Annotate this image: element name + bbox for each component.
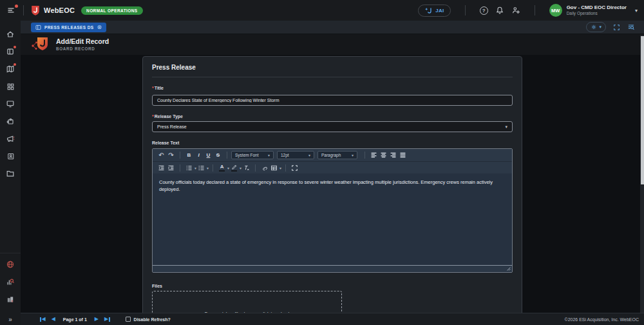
megaphone-icon [6, 134, 15, 143]
align-justify-button[interactable] [398, 150, 408, 160]
highlight-color-bar [231, 170, 237, 172]
disable-refresh-toggle[interactable]: Disable Refresh? [126, 317, 171, 322]
tab-press-releases[interactable]: PRESS RELEASES DS ⊗ [31, 23, 106, 32]
text-color-button[interactable]: A [217, 163, 227, 173]
avatar: MW [549, 4, 562, 17]
table-button[interactable] [269, 163, 279, 173]
block-format-select[interactable]: Paragraph ▾ [317, 151, 357, 159]
prev-page-button[interactable]: ◀ [52, 317, 55, 322]
divider [465, 5, 466, 15]
title-input[interactable] [152, 95, 513, 106]
link-button[interactable] [260, 163, 269, 173]
disable-refresh-checkbox[interactable] [126, 317, 131, 322]
sidebar-bottom-group [0, 253, 21, 311]
sidebar-item-boards[interactable] [5, 46, 16, 57]
align-left-icon [370, 152, 377, 159]
indent-icon [167, 164, 175, 172]
redo-button[interactable]: ↷ [166, 150, 176, 160]
board-settings-button[interactable]: ▾ [586, 22, 606, 32]
align-center-button[interactable] [379, 150, 388, 160]
release-type-select[interactable]: Press Release ▾ [152, 121, 513, 132]
chevron-down-icon: ▾ [635, 8, 638, 14]
align-center-icon [380, 152, 387, 159]
editor-content[interactable]: County officials today declared a state … [153, 173, 512, 265]
sidebar-item-plugins[interactable] [5, 115, 16, 127]
fullscreen-button[interactable] [613, 24, 620, 31]
link-icon [261, 164, 268, 172]
chevron-down-icon[interactable]: ▾ [279, 166, 281, 170]
required-marker: * [152, 86, 154, 90]
undo-button[interactable]: ↶ [156, 150, 166, 160]
buildings-icon [6, 295, 15, 304]
jai-button[interactable]: JAI [418, 5, 450, 17]
underline-button[interactable]: U [204, 150, 213, 160]
outdent-button[interactable] [156, 163, 166, 173]
webeoc-logo-icon [31, 5, 40, 15]
bottombar: ◀ ◀ Page 1 of 1 ▶ ▶ Disable Refresh? ©20… [21, 313, 644, 325]
notifications-button[interactable] [495, 6, 504, 15]
sidebar-item-home[interactable] [5, 28, 16, 40]
sidebar-expand-button[interactable]: » [0, 316, 21, 323]
resize-handle-icon[interactable] [506, 266, 511, 271]
user-admin-button[interactable] [511, 6, 520, 15]
webeoc-app: WebEOC NORMAL OPERATIONS JAI ? MW [0, 0, 644, 325]
sidebar-item-geo[interactable] [5, 259, 16, 270]
folder-icon [6, 169, 15, 178]
chevron-down-icon: ▾ [348, 153, 354, 157]
scrollbar-thumb[interactable] [641, 36, 644, 184]
indent-button[interactable] [166, 163, 176, 173]
board-icon [35, 25, 41, 30]
next-page-button[interactable]: ▶ [95, 317, 99, 322]
form-panel: Press Release *Title *Release Type Press… [142, 56, 522, 313]
sidebar-item-reports[interactable] [5, 293, 16, 305]
editor-fullscreen-button[interactable] [290, 163, 299, 173]
page-subtitle: BOARD RECORD [56, 46, 109, 52]
rich-text-editor: ↶ ↷ B I U S System Font ▾ 12pt ▾ [152, 148, 513, 273]
tab-label: PRESS RELEASES DS [44, 25, 94, 30]
apps-grid-icon [6, 83, 15, 91]
highlight-color-button[interactable] [229, 163, 239, 173]
font-size-select[interactable]: 12pt ▾ [277, 151, 314, 159]
sidebar-item-maps[interactable] [5, 63, 16, 75]
font-family-select[interactable]: System Font ▾ [231, 151, 274, 159]
bullet-list-button[interactable] [196, 163, 206, 173]
numbered-list-button[interactable] [184, 163, 194, 173]
align-right-icon [390, 152, 397, 159]
chevron-down-icon[interactable]: ▾ [207, 166, 209, 170]
page-header: Add/Edit Record BOARD RECORD [21, 34, 644, 55]
outdent-icon [158, 164, 165, 172]
bold-button[interactable]: B [184, 150, 194, 160]
form-heading: Press Release [152, 57, 513, 77]
sidebar-item-displays[interactable] [5, 98, 16, 110]
clear-formatting-icon [243, 164, 250, 172]
help-button[interactable]: ? [480, 6, 488, 15]
sidebar-item-contacts[interactable] [5, 150, 16, 162]
help-icon: ? [480, 6, 488, 15]
sidebar-item-analytics[interactable] [5, 276, 16, 288]
board-logo-icon [31, 37, 50, 52]
user-menu[interactable]: MW Gov - CMD EOC Director Daily Operatio… [549, 4, 638, 17]
align-left-button[interactable] [369, 150, 379, 160]
plugin-icon [6, 117, 15, 126]
align-right-button[interactable] [388, 150, 398, 160]
sidebar-item-apps[interactable] [5, 81, 16, 92]
select-chevron-icon: ▾ [505, 124, 507, 130]
notification-dot [14, 63, 16, 66]
release-type-value: Press Release [157, 124, 187, 129]
italic-button[interactable]: I [194, 150, 204, 160]
fullscreen-icon [291, 164, 298, 172]
menu-toggle-icon[interactable] [6, 6, 16, 15]
file-dropzone[interactable]: Drag and drop files here, or click to up… [152, 291, 342, 313]
board-search-button[interactable] [627, 23, 635, 31]
tab-close-icon[interactable]: ⊗ [97, 25, 102, 30]
divider [23, 5, 24, 15]
clear-formatting-button[interactable] [242, 163, 251, 173]
sidebar-item-announcements[interactable] [5, 133, 16, 144]
scrollbar[interactable] [640, 35, 644, 313]
strikethrough-button[interactable]: S [213, 150, 223, 160]
files-label: Files [152, 284, 513, 288]
last-page-button[interactable]: ▶ [104, 317, 110, 322]
sidebar-item-files[interactable] [5, 168, 16, 179]
pagination: ◀ ◀ Page 1 of 1 ▶ ▶ [40, 317, 110, 322]
first-page-button[interactable]: ◀ [40, 317, 46, 322]
